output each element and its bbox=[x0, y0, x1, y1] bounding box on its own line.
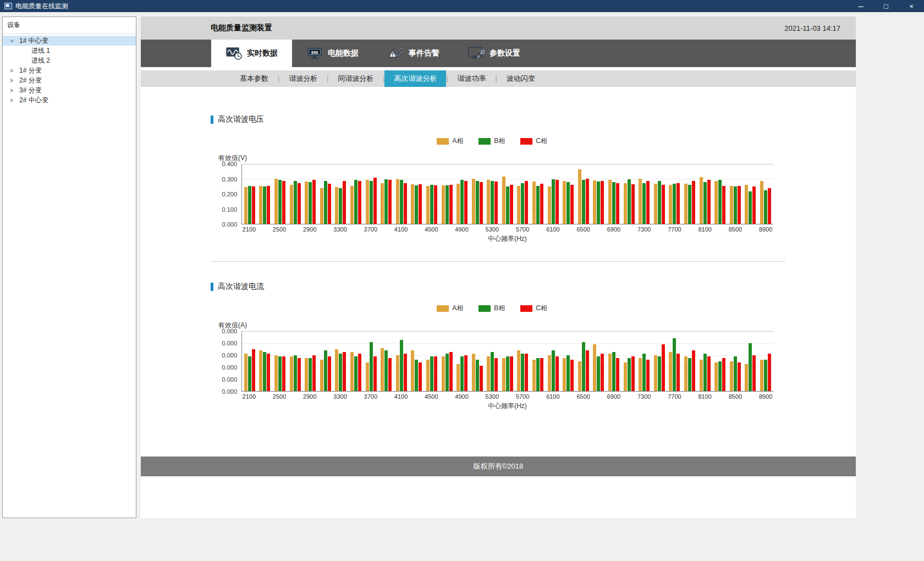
bar-series-2 bbox=[298, 183, 301, 224]
bar-series-1 bbox=[446, 354, 449, 391]
main-header: 电能质量监测装置 2021-11-03 14:17 bbox=[141, 16, 856, 40]
expand-arrow-icon[interactable]: > bbox=[8, 78, 15, 84]
collapse-arrow-icon[interactable]: > bbox=[9, 37, 15, 44]
tree-item[interactable]: 进线 2 bbox=[3, 56, 136, 65]
bar-series-1 bbox=[415, 185, 418, 224]
bar-series-0 bbox=[396, 355, 399, 391]
bar-series-1 bbox=[400, 180, 403, 224]
tab-parameter-settings[interactable]: 参数设置 bbox=[454, 40, 535, 67]
tab-realtime-data[interactable]: 实时数据 bbox=[211, 40, 292, 67]
x-tick-label: 7300 bbox=[637, 226, 651, 233]
x-tick-label: 4500 bbox=[425, 393, 438, 400]
bar-series-0 bbox=[517, 186, 520, 224]
tree-item[interactable]: >2# 分变 bbox=[3, 75, 136, 85]
x-axis-ticks: 2100250029003300370041004500490053005700… bbox=[241, 392, 773, 400]
legend-label: A相 bbox=[452, 136, 463, 146]
bar-series-2 bbox=[434, 185, 437, 224]
bar-series-1 bbox=[430, 356, 433, 391]
bar-series-2 bbox=[480, 366, 483, 391]
minimize-button[interactable]: ─ bbox=[848, 0, 873, 12]
bar-series-2 bbox=[252, 349, 255, 391]
bar-series-0 bbox=[760, 181, 763, 224]
tree-item[interactable]: >3# 分变 bbox=[3, 85, 136, 95]
bar-group bbox=[591, 164, 607, 224]
tree-item[interactable]: >1# 中心变 bbox=[3, 36, 136, 46]
bar-group bbox=[652, 164, 667, 224]
bar-group bbox=[682, 331, 697, 391]
bar-series-0 bbox=[457, 184, 460, 224]
bar-series-0 bbox=[320, 188, 323, 224]
bar-series-0 bbox=[274, 179, 278, 224]
main-panel: 电能质量监测装置 2021-11-03 14:17 实时数据888电能数据事件告… bbox=[141, 16, 856, 518]
close-button[interactable]: × bbox=[899, 0, 924, 12]
bar-group bbox=[485, 331, 501, 391]
bar-series-2 bbox=[404, 354, 407, 391]
expand-arrow-icon[interactable]: > bbox=[8, 87, 15, 94]
tab-energy-data[interactable]: 888电能数据 bbox=[292, 40, 373, 67]
expand-arrow-icon[interactable]: > bbox=[8, 68, 15, 74]
bar-series-1 bbox=[415, 360, 418, 391]
bar-group bbox=[530, 164, 546, 224]
bar-series-1 bbox=[552, 179, 555, 224]
bar-series-1 bbox=[582, 342, 585, 391]
app-icon bbox=[4, 3, 12, 9]
bar-series-0 bbox=[366, 180, 369, 224]
bar-series-1 bbox=[764, 360, 767, 391]
bar-series-1 bbox=[688, 358, 691, 391]
bar-series-1 bbox=[642, 183, 646, 224]
main-tab-label: 电能数据 bbox=[328, 48, 359, 58]
bar-group bbox=[318, 331, 333, 391]
section-title: 高次谐波电压 bbox=[211, 114, 856, 124]
bar-series-1 bbox=[460, 356, 464, 391]
bar-series-0 bbox=[700, 177, 703, 224]
bar-group bbox=[712, 164, 728, 224]
page-title: 电能质量监测装置 bbox=[211, 23, 272, 33]
bar-series-2 bbox=[601, 181, 604, 224]
tab-event-alarm[interactable]: 事件告警 bbox=[373, 40, 454, 67]
current-chart: A相B相C相有效值(A)0.0000.0000.0000.0000.0000.0… bbox=[211, 304, 773, 411]
bar-group bbox=[546, 331, 561, 391]
bar-group bbox=[743, 331, 758, 391]
bar-series-0 bbox=[411, 350, 414, 391]
maximize-button[interactable]: □ bbox=[873, 0, 899, 12]
bar-group bbox=[667, 164, 683, 224]
bar-series-0 bbox=[305, 358, 308, 391]
bar-series-1 bbox=[734, 186, 737, 224]
tree-item[interactable]: >1# 分变 bbox=[3, 65, 136, 75]
x-tick-label: 3700 bbox=[364, 226, 377, 233]
tree-item[interactable]: >2# 中心变 bbox=[3, 95, 136, 105]
subtab-harmonic-power[interactable]: 谐波功率 bbox=[448, 70, 496, 87]
subtab-harmonic-analysis[interactable]: 谐波分析 bbox=[279, 70, 327, 87]
bar-group bbox=[576, 331, 591, 391]
bar-series-2 bbox=[419, 184, 422, 224]
bar-series-0 bbox=[532, 360, 536, 391]
bar-series-2 bbox=[676, 354, 680, 391]
bar-series-0 bbox=[502, 177, 505, 224]
subtab-fluctuation-flicker[interactable]: 波动闪变 bbox=[497, 70, 544, 87]
close-icon: × bbox=[909, 2, 914, 10]
x-tick-label: 8900 bbox=[759, 226, 772, 233]
subtab-basic-params[interactable]: 基本参数 bbox=[230, 70, 278, 87]
legend-label: C相 bbox=[536, 136, 547, 146]
expand-arrow-icon[interactable]: > bbox=[8, 97, 15, 103]
tree-item[interactable]: 进线 1 bbox=[3, 46, 136, 56]
plot-row: 0.0000.0000.0000.0000.0000.000 bbox=[211, 331, 773, 392]
bar-series-1 bbox=[688, 185, 691, 224]
bar-series-0 bbox=[366, 362, 369, 391]
bar-series-1 bbox=[476, 360, 479, 391]
bar-series-2 bbox=[631, 356, 635, 391]
bar-series-0 bbox=[487, 180, 490, 224]
legend-swatch bbox=[437, 138, 449, 145]
subtab-high-order-harmonic[interactable]: 高次谐波分析 bbox=[384, 70, 446, 87]
bar-series-2 bbox=[540, 184, 543, 224]
subtab-interharmonic-analysis[interactable]: 间谐波分析 bbox=[328, 70, 383, 87]
x-tick-label: 8100 bbox=[698, 226, 711, 233]
bar-series-2 bbox=[601, 354, 604, 391]
bar-group bbox=[394, 331, 409, 391]
bar-group bbox=[470, 164, 485, 224]
bar-series-2 bbox=[586, 179, 589, 224]
y-tick-label: 0.200 bbox=[222, 191, 237, 197]
parameter-settings-icon bbox=[468, 46, 485, 61]
bar-series-2 bbox=[388, 358, 392, 391]
bar-group bbox=[758, 164, 773, 224]
